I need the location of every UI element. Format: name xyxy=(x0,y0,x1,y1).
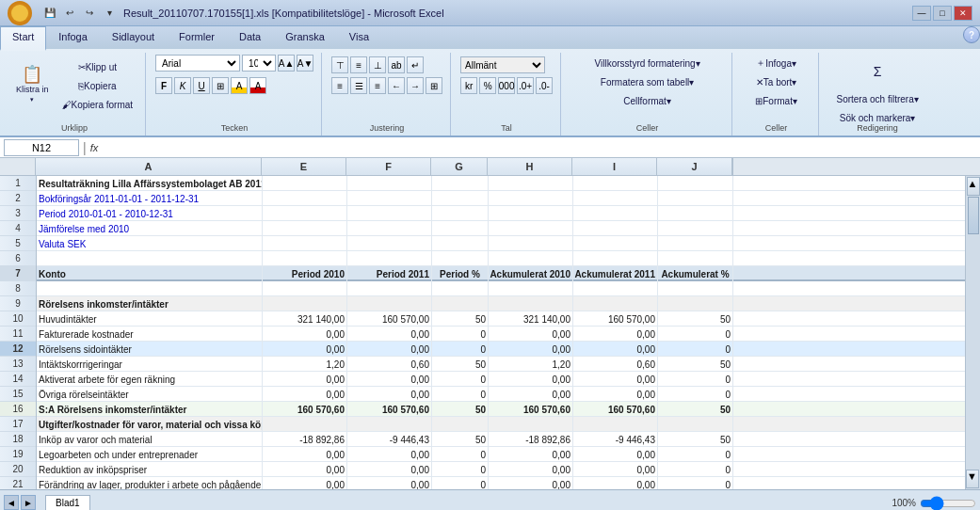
delete-btn[interactable]: ✕ Ta bort ▾ xyxy=(750,73,802,90)
cell-f8[interactable] xyxy=(347,281,432,296)
thousands-btn[interactable]: 000 xyxy=(498,77,515,94)
cell-h17[interactable] xyxy=(489,417,573,432)
cell-j17[interactable] xyxy=(658,417,733,432)
number-format-select[interactable]: Allmänt xyxy=(460,56,545,73)
cell-f9[interactable] xyxy=(347,296,432,311)
cell-i4[interactable] xyxy=(573,221,658,236)
cell-g8[interactable] xyxy=(432,281,489,296)
cell-g17[interactable] xyxy=(432,417,489,432)
align-bottom-btn[interactable]: ⊥ xyxy=(369,56,386,73)
sheet-tab-1[interactable]: Blad1 xyxy=(45,495,90,510)
cell-h19[interactable]: 0,00 xyxy=(489,447,573,462)
align-right-btn[interactable]: ≡ xyxy=(369,77,386,94)
cell-f12[interactable]: 0,00 xyxy=(347,342,432,357)
row-header-16[interactable]: 16 xyxy=(0,402,36,417)
fill-color-button[interactable]: A xyxy=(231,77,248,94)
cell-g16[interactable]: 50 xyxy=(432,402,489,417)
row-header-8[interactable]: 8 xyxy=(0,281,36,296)
cell-e15[interactable]: 0,00 xyxy=(263,387,347,402)
cell-styles-btn[interactable]: Cellformat ▾ xyxy=(590,92,705,109)
cell-f17[interactable] xyxy=(347,417,432,432)
cell-j5[interactable] xyxy=(658,236,733,251)
cell-i18[interactable]: -9 446,43 xyxy=(573,432,658,447)
cell-j21[interactable]: 0 xyxy=(658,477,733,489)
cell-j12[interactable]: 0 xyxy=(658,342,733,357)
cell-g19[interactable]: 0 xyxy=(432,447,489,462)
col-header-g[interactable]: G xyxy=(431,158,488,175)
cell-i10[interactable]: 160 570,00 xyxy=(573,311,658,327)
cell-i8[interactable] xyxy=(573,281,658,296)
cell-i2[interactable] xyxy=(573,191,658,206)
customize-quick-btn[interactable]: ▾ xyxy=(101,5,118,22)
cell-a1[interactable]: Resultaträkning Lilla Affärssystembolage… xyxy=(37,176,263,191)
cell-f16[interactable]: 160 570,60 xyxy=(347,402,432,417)
tab-granska[interactable]: Granska xyxy=(273,26,337,49)
cell-h21[interactable]: 0,00 xyxy=(489,477,573,489)
col-header-e[interactable]: E xyxy=(262,158,346,175)
cell-a4[interactable]: Jämförelse med 2010 xyxy=(37,221,263,236)
cell-j9[interactable] xyxy=(658,296,733,311)
cell-h6[interactable] xyxy=(489,251,573,266)
cell-f4[interactable] xyxy=(347,221,432,236)
cell-f11[interactable]: 0,00 xyxy=(347,327,432,342)
cell-j14[interactable]: 0 xyxy=(658,372,733,387)
row-header-3[interactable]: 3 xyxy=(0,206,36,221)
cell-g20[interactable]: 0 xyxy=(432,462,489,477)
row-header-12[interactable]: 12 xyxy=(0,342,36,357)
cell-e7[interactable]: Period 2010 xyxy=(263,266,347,281)
cell-f18[interactable]: -9 446,43 xyxy=(347,432,432,447)
increase-indent-btn[interactable]: → xyxy=(407,77,424,94)
sheet-nav-left[interactable]: ◄ xyxy=(4,495,19,510)
cell-j1[interactable] xyxy=(658,176,733,191)
decrease-font-btn[interactable]: A▼ xyxy=(297,55,313,72)
cell-a8[interactable] xyxy=(37,281,263,296)
redo-quick-btn[interactable]: ↪ xyxy=(81,5,98,22)
cell-a11[interactable]: Fakturerade kostnader xyxy=(37,327,263,342)
cell-f2[interactable] xyxy=(347,191,432,206)
percent-btn[interactable]: % xyxy=(479,77,496,94)
col-header-j[interactable]: J xyxy=(657,158,732,175)
sort-filter-btn[interactable]: Sortera och filtrera ▾ xyxy=(831,90,923,107)
cell-e9[interactable] xyxy=(263,296,347,311)
row-header-4[interactable]: 4 xyxy=(0,221,36,236)
row-header-11[interactable]: 11 xyxy=(0,327,36,342)
cell-j13[interactable]: 50 xyxy=(658,357,733,372)
cell-g2[interactable] xyxy=(432,191,489,206)
cell-h20[interactable]: 0,00 xyxy=(489,462,573,477)
cell-a19[interactable]: Legoarbeten och under entreprenader xyxy=(37,447,263,462)
increase-decimal-btn[interactable]: .0+ xyxy=(517,77,534,94)
cell-i15[interactable]: 0,00 xyxy=(573,387,658,402)
cell-a2[interactable]: Bokföringsår 2011-01-01 - 2011-12-31 xyxy=(37,191,263,206)
font-name-select[interactable]: Arial xyxy=(155,55,240,72)
cell-f21[interactable]: 0,00 xyxy=(347,477,432,489)
cell-g4[interactable] xyxy=(432,221,489,236)
cell-j4[interactable] xyxy=(658,221,733,236)
sheet-nav-right[interactable]: ► xyxy=(21,495,36,510)
row-header-5[interactable]: 5 xyxy=(0,236,36,251)
cell-a3[interactable]: Period 2010-01-01 - 2010-12-31 xyxy=(37,206,263,221)
formula-input[interactable] xyxy=(105,139,976,156)
vertical-scrollbar[interactable]: ▲ ▼ xyxy=(965,176,980,489)
cell-f13[interactable]: 0,60 xyxy=(347,357,432,372)
cell-h1[interactable] xyxy=(489,176,573,191)
zoom-slider[interactable] xyxy=(920,499,976,508)
cell-h4[interactable] xyxy=(489,221,573,236)
cell-e14[interactable]: 0,00 xyxy=(263,372,347,387)
align-top-btn[interactable]: ⊤ xyxy=(331,56,348,73)
cell-g21[interactable]: 0 xyxy=(432,477,489,489)
format-as-table-btn[interactable]: Formatera som tabell ▾ xyxy=(590,73,705,90)
cell-e18[interactable]: -18 892,86 xyxy=(263,432,347,447)
cell-i6[interactable] xyxy=(573,251,658,266)
tab-sidlayout[interactable]: Sidlayout xyxy=(100,26,167,49)
cell-h18[interactable]: -18 892,86 xyxy=(489,432,573,447)
tab-start[interactable]: Start xyxy=(0,26,46,51)
cell-g11[interactable]: 0 xyxy=(432,327,489,342)
font-size-select[interactable]: 10 xyxy=(242,55,276,72)
cell-h16[interactable]: 160 570,60 xyxy=(489,402,573,417)
format-btn[interactable]: ⊞ Format ▾ xyxy=(750,92,802,109)
cell-f19[interactable]: 0,00 xyxy=(347,447,432,462)
cell-g12[interactable]: 0 xyxy=(432,342,489,357)
cell-i7[interactable]: Ackumulerat 2011 xyxy=(573,266,658,281)
cell-g18[interactable]: 50 xyxy=(432,432,489,447)
cell-i13[interactable]: 0,60 xyxy=(573,357,658,372)
